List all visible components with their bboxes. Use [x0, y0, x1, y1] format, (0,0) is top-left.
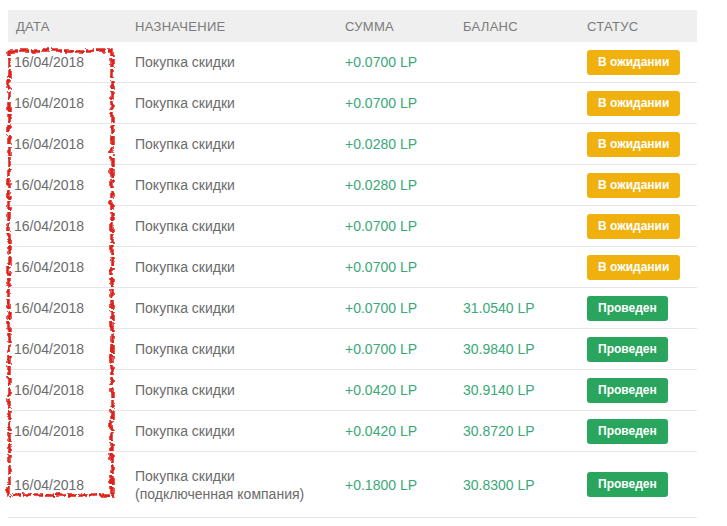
table-row: 16/04/2018 Покупка скидки +0.0280 LP В о… [8, 165, 697, 206]
cell-purpose: Покупка скидки [135, 381, 345, 399]
status-badge: Проведен [587, 337, 668, 362]
purpose-text: Покупка скидки [135, 53, 345, 71]
header-purpose: НАЗНАЧЕНИЕ [135, 19, 345, 34]
cell-status: Проведен [587, 296, 697, 321]
cell-amount: +0.0420 LP [345, 382, 463, 398]
status-badge: В ожидании [587, 132, 680, 157]
cell-status: В ожидании [587, 255, 697, 280]
purpose-text: Покупка скидки [135, 422, 345, 440]
cell-date: 16/04/2018 [8, 95, 135, 111]
table-body: 16/04/2018 Покупка скидки +0.0700 LP В о… [8, 42, 697, 518]
cell-date: 16/04/2018 [8, 54, 135, 70]
cell-date: 16/04/2018 [8, 423, 135, 439]
purpose-text: Покупка скидки [135, 258, 345, 276]
cell-purpose: Покупка скидки [135, 422, 345, 440]
header-status: СТАТУС [587, 19, 697, 34]
header-date: ДАТА [8, 19, 135, 34]
cell-purpose: Покупка скидки [135, 94, 345, 112]
cell-status: В ожидании [587, 173, 697, 198]
cell-status: Проведен [587, 378, 697, 403]
cell-date: 16/04/2018 [8, 341, 135, 357]
cell-status: В ожидании [587, 91, 697, 116]
cell-purpose: Покупка скидки [135, 299, 345, 317]
cell-status: Проведен [587, 472, 697, 497]
header-amount: СУММА [345, 19, 463, 34]
cell-date: 16/04/2018 [8, 259, 135, 275]
cell-purpose: Покупка скидки [135, 176, 345, 194]
cell-purpose: Покупка скидки [135, 135, 345, 153]
status-badge: В ожидании [587, 173, 680, 198]
status-badge: Проведен [587, 296, 668, 321]
purpose-text: Покупка скидки [135, 299, 345, 317]
purpose-text: Покупка скидки [135, 217, 345, 235]
cell-balance: 30.9840 LP [463, 341, 587, 357]
cell-status: В ожидании [587, 132, 697, 157]
table-header: ДАТА НАЗНАЧЕНИЕ СУММА БАЛАНС СТАТУС [8, 10, 697, 42]
table-row: 16/04/2018 Покупка скидки +0.0700 LP В о… [8, 42, 697, 83]
cell-amount: +0.0700 LP [345, 95, 463, 111]
cell-balance: 30.8300 LP [463, 477, 587, 493]
transactions-table: ДАТА НАЗНАЧЕНИЕ СУММА БАЛАНС СТАТУС 16/0… [8, 10, 697, 518]
purpose-subtext: (подключенная компания) [135, 485, 345, 503]
table-row: 16/04/2018 Покупка скидки +0.0280 LP В о… [8, 124, 697, 165]
table-row: 16/04/2018 Покупка скидки +0.0700 LP В о… [8, 247, 697, 288]
cell-date: 16/04/2018 [8, 218, 135, 234]
cell-status: В ожидании [587, 50, 697, 75]
status-badge: В ожидании [587, 91, 680, 116]
status-badge: В ожидании [587, 255, 680, 280]
cell-date: 16/04/2018 [8, 477, 135, 493]
cell-purpose: Покупка скидки [135, 217, 345, 235]
purpose-text: Покупка скидки [135, 340, 345, 358]
cell-amount: +0.0280 LP [345, 136, 463, 152]
purpose-text: Покупка скидки [135, 135, 345, 153]
cell-amount: +0.0280 LP [345, 177, 463, 193]
status-badge: В ожидании [587, 214, 680, 239]
cell-status: В ожидании [587, 214, 697, 239]
cell-balance: 30.8720 LP [463, 423, 587, 439]
table-row: 16/04/2018 Покупка скидки +0.0700 LP В о… [8, 83, 697, 124]
cell-purpose: Покупка скидки [135, 258, 345, 276]
status-badge: Проведен [587, 472, 668, 497]
transactions-page: ДАТА НАЗНАЧЕНИЕ СУММА БАЛАНС СТАТУС 16/0… [0, 0, 727, 526]
cell-date: 16/04/2018 [8, 177, 135, 193]
cell-status: Проведен [587, 419, 697, 444]
purpose-text: Покупка скидки [135, 94, 345, 112]
cell-purpose: Покупка скидки [135, 53, 345, 71]
table-row: 16/04/2018 Покупка скидки +0.0700 LP 31.… [8, 288, 697, 329]
status-badge: Проведен [587, 378, 668, 403]
cell-date: 16/04/2018 [8, 300, 135, 316]
cell-amount: +0.0700 LP [345, 341, 463, 357]
cell-date: 16/04/2018 [8, 136, 135, 152]
header-balance: БАЛАНС [463, 19, 587, 34]
cell-status: Проведен [587, 337, 697, 362]
table-row: 16/04/2018 Покупка скидки +0.0420 LP 30.… [8, 411, 697, 452]
status-badge: В ожидании [587, 50, 680, 75]
cell-amount: +0.0700 LP [345, 300, 463, 316]
cell-amount: +0.0700 LP [345, 259, 463, 275]
cell-balance: 31.0540 LP [463, 300, 587, 316]
cell-amount: +0.0420 LP [345, 423, 463, 439]
cell-amount: +0.0700 LP [345, 54, 463, 70]
purpose-text: Покупка скидки [135, 381, 345, 399]
cell-purpose: Покупка скидки (подключенная компания) [135, 467, 345, 503]
cell-amount: +0.0700 LP [345, 218, 463, 234]
status-badge: Проведен [587, 419, 668, 444]
table-row: 16/04/2018 Покупка скидки +0.0420 LP 30.… [8, 370, 697, 411]
cell-date: 16/04/2018 [8, 382, 135, 398]
cell-purpose: Покупка скидки [135, 340, 345, 358]
purpose-text: Покупка скидки [135, 176, 345, 194]
table-row: 16/04/2018 Покупка скидки +0.0700 LP 30.… [8, 329, 697, 370]
cell-amount: +0.1800 LP [345, 477, 463, 493]
table-row: 16/04/2018 Покупка скидки +0.0700 LP В о… [8, 206, 697, 247]
table-row: 16/04/2018 Покупка скидки (подключенная … [8, 452, 697, 518]
cell-balance: 30.9140 LP [463, 382, 587, 398]
purpose-text: Покупка скидки [135, 467, 345, 485]
